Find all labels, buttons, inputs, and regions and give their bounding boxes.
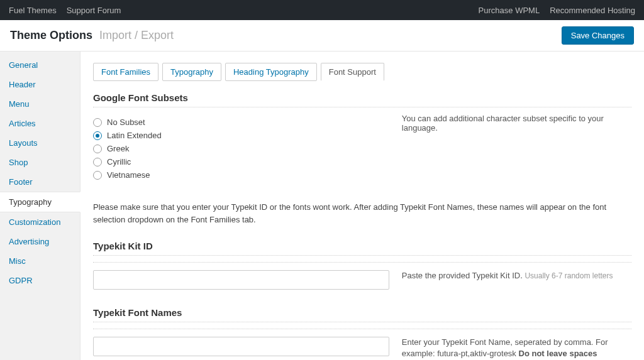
sidebar-item-advertising[interactable]: Advertising — [0, 232, 80, 251]
section-title-typekit-id: Typekit Kit ID — [93, 241, 631, 256]
toolbar-link-fuel-themes[interactable]: Fuel Themes — [9, 6, 57, 15]
typekit-id-row: Paste the provided Typekit Kit ID. Usual… — [93, 270, 631, 290]
radio-item-no-subset[interactable]: No Subset — [93, 117, 389, 127]
settings-sidebar: General Header Menu Articles Layouts Sho… — [0, 52, 80, 360]
toolbar-link-recommended-hosting[interactable]: Recommended Hosting — [550, 6, 635, 15]
tabs: Font Families Typography Heading Typogra… — [93, 63, 631, 81]
sidebar-item-footer[interactable]: Footer — [0, 172, 80, 192]
radio-item-vietnamese[interactable]: Vietnamese — [93, 170, 389, 180]
sidebar-item-header[interactable]: Header — [0, 75, 80, 94]
toolbar-left: Fuel Themes Support Forum — [9, 6, 121, 15]
radio-greek[interactable] — [93, 145, 102, 153]
subsets-radios: No Subset Latin Extended Greek Cyrillic — [93, 114, 389, 183]
section-title-typekit-names: Typekit Font Names — [93, 307, 631, 322]
sidebar-item-misc[interactable]: Misc — [0, 251, 80, 271]
radio-label-greek: Greek — [107, 144, 129, 153]
radio-cyrillic[interactable] — [93, 158, 102, 166]
main-content: Font Families Typography Heading Typogra… — [80, 52, 644, 360]
typekit-id-desc-muted: Usually 6-7 random letters — [525, 271, 613, 280]
sidebar-item-general[interactable]: General — [0, 55, 80, 75]
tab-heading-typography[interactable]: Heading Typography — [225, 63, 317, 81]
toolbar-link-purchase-wpml[interactable]: Purchase WPML — [479, 6, 540, 15]
radio-item-cyrillic[interactable]: Cyrillic — [93, 157, 389, 166]
admin-toolbar: Fuel Themes Support Forum Purchase WPML … — [0, 0, 644, 20]
tab-typography[interactable]: Typography — [162, 63, 221, 81]
sidebar-item-typography[interactable]: Typography — [0, 192, 80, 212]
save-changes-button[interactable]: Save Changes — [562, 26, 634, 45]
sidebar-item-gdpr[interactable]: GDPR — [0, 271, 80, 290]
tab-font-support[interactable]: Font Support — [321, 63, 384, 81]
radio-label-vietnamese: Vietnamese — [107, 170, 150, 180]
section-title-subsets: Google Font Subsets — [93, 92, 631, 107]
page-header: Theme Options Import / Export Save Chang… — [0, 20, 644, 52]
layout: General Header Menu Articles Layouts Sho… — [0, 52, 644, 360]
radio-item-greek[interactable]: Greek — [93, 144, 389, 153]
radio-label-no-subset: No Subset — [107, 117, 145, 127]
radio-latin-extended[interactable] — [93, 131, 102, 140]
typekit-id-desc-text: Paste the provided Typekit Kit ID. — [402, 271, 523, 280]
typekit-id-desc: Paste the provided Typekit Kit ID. Usual… — [402, 270, 631, 281]
sidebar-item-shop[interactable]: Shop — [0, 153, 80, 172]
tab-font-families[interactable]: Font Families — [93, 63, 158, 81]
radio-no-subset[interactable] — [93, 118, 102, 127]
typekit-note: Please make sure that you enter your Typ… — [93, 201, 631, 226]
typekit-names-desc: Enter your Typekit Font Name, seperated … — [402, 337, 631, 360]
radio-label-cyrillic: Cyrillic — [107, 157, 131, 166]
radio-label-latin-extended: Latin Extended — [107, 131, 162, 140]
toolbar-right: Purchase WPML Recommended Hosting — [479, 6, 635, 15]
sidebar-item-layouts[interactable]: Layouts — [0, 133, 80, 153]
divider — [93, 262, 631, 263]
typekit-names-row: Enter your Typekit Font Name, seperated … — [93, 337, 631, 360]
subsets-description: You can add additional character subset … — [402, 114, 631, 133]
typekit-names-input[interactable] — [93, 337, 389, 356]
sidebar-item-articles[interactable]: Articles — [0, 114, 80, 133]
section-google-font-subsets: Google Font Subsets No Subset Latin Exte… — [93, 92, 631, 183]
page-title: Theme Options Import / Export — [10, 29, 174, 42]
radio-item-latin-extended[interactable]: Latin Extended — [93, 131, 389, 140]
page-title-subtitle: Import / Export — [99, 29, 174, 41]
radio-vietnamese[interactable] — [93, 171, 102, 180]
toolbar-link-support-forum[interactable]: Support Forum — [67, 6, 121, 15]
sidebar-item-customization[interactable]: Customization — [0, 212, 80, 232]
sidebar-item-menu[interactable]: Menu — [0, 94, 80, 114]
section-typekit-id: Typekit Kit ID Paste the provided Typeki… — [93, 241, 631, 290]
page-title-main: Theme Options — [10, 29, 92, 41]
divider — [93, 329, 631, 329]
section-typekit-names: Typekit Font Names Enter your Typekit Fo… — [93, 307, 631, 360]
typekit-id-input[interactable] — [93, 270, 389, 290]
subsets-option-row: No Subset Latin Extended Greek Cyrillic — [93, 114, 631, 183]
